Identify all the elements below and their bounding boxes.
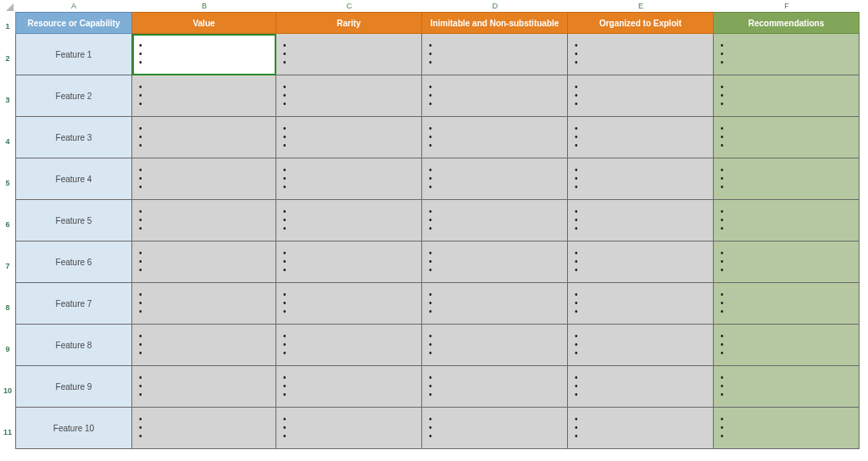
recommendations-cell[interactable]: •••	[714, 325, 860, 366]
bullet-list: •••	[276, 208, 287, 232]
value-cell[interactable]: •••	[132, 200, 276, 242]
header-inimitable[interactable]: Inimitable and Non-substituable	[422, 12, 568, 34]
organized-cell[interactable]: •••	[568, 408, 714, 449]
row-number[interactable]: 7	[0, 245, 15, 286]
inimitable-cell[interactable]: •••	[422, 366, 568, 408]
bullet-list: •••	[422, 333, 432, 357]
organized-cell[interactable]: •••	[568, 325, 714, 366]
inimitable-cell[interactable]: •••	[422, 200, 568, 242]
inimitable-cell[interactable]: •••	[422, 283, 568, 325]
recommendations-cell[interactable]: •••	[714, 158, 860, 200]
organized-cell[interactable]: •••	[568, 283, 714, 325]
recommendations-cell[interactable]: •••	[714, 366, 860, 408]
col-letter-a[interactable]: A	[15, 2, 132, 10]
value-cell[interactable]: •••	[132, 242, 276, 283]
feature-name-cell[interactable]: Feature 2	[15, 75, 132, 117]
inimitable-cell[interactable]: •••	[422, 34, 568, 75]
inimitable-cell[interactable]: •••	[422, 408, 568, 449]
feature-name-cell[interactable]: Feature 4	[15, 158, 132, 200]
recommendations-cell[interactable]: •••	[714, 117, 860, 158]
recommendations-cell[interactable]: •••	[714, 75, 860, 117]
rarity-cell[interactable]: •••	[276, 408, 422, 449]
feature-name-cell[interactable]: Feature 9	[15, 366, 132, 408]
table-row: Feature 9 ••• ••• ••• ••• •••	[15, 366, 863, 408]
rarity-cell[interactable]: •••	[276, 325, 422, 366]
organized-cell[interactable]: •••	[568, 200, 714, 242]
col-letter-b[interactable]: B	[132, 2, 276, 10]
bullet-list: •••	[568, 292, 578, 315]
feature-name-cell[interactable]: Feature 5	[15, 200, 132, 242]
bullet-list: •••	[714, 125, 724, 149]
rarity-cell[interactable]: •••	[276, 366, 422, 408]
organized-cell[interactable]: •••	[568, 34, 714, 75]
header-rarity[interactable]: Rarity	[276, 12, 422, 34]
recommendations-cell[interactable]: •••	[714, 34, 860, 75]
bullet-list: •••	[276, 375, 287, 398]
value-cell[interactable]: •••	[132, 325, 276, 366]
recommendations-cell[interactable]: •••	[714, 408, 860, 449]
row-number[interactable]: 3	[0, 79, 15, 120]
row-number[interactable]: 6	[0, 203, 15, 245]
organized-cell[interactable]: •••	[568, 158, 714, 200]
bullet-list: •••	[132, 84, 142, 108]
table-row: Feature 6 ••• ••• ••• ••• •••	[15, 242, 863, 283]
row-number[interactable]: 9	[0, 328, 15, 369]
value-cell[interactable]: •••	[132, 283, 276, 325]
organized-cell[interactable]: •••	[568, 117, 714, 158]
bullet-list: •••	[568, 250, 578, 274]
row-number[interactable]: 10	[0, 369, 15, 411]
feature-name-cell[interactable]: Feature 8	[15, 325, 132, 366]
bullet-list: •••	[568, 84, 578, 108]
row-number[interactable]: 8	[0, 286, 15, 328]
rarity-cell[interactable]: •••	[276, 34, 422, 75]
row-number[interactable]: 1	[0, 15, 15, 37]
rarity-cell[interactable]: •••	[276, 158, 422, 200]
inimitable-cell[interactable]: •••	[422, 117, 568, 158]
feature-name-cell[interactable]: Feature 1	[15, 34, 132, 75]
col-letter-d[interactable]: D	[422, 2, 568, 10]
row-number[interactable]: 5	[0, 162, 15, 203]
select-all-corner[interactable]	[0, 0, 15, 12]
rarity-cell[interactable]: •••	[276, 283, 422, 325]
bullet-list: •••	[132, 250, 142, 274]
recommendations-cell[interactable]: •••	[714, 200, 860, 242]
rarity-cell[interactable]: •••	[276, 117, 422, 158]
row-number[interactable]: 2	[0, 37, 15, 79]
value-cell[interactable]: •••	[132, 408, 276, 449]
col-letter-e[interactable]: E	[568, 2, 714, 10]
inimitable-cell[interactable]: •••	[422, 242, 568, 283]
rarity-cell[interactable]: •••	[276, 200, 422, 242]
bullet-list: •••	[132, 125, 142, 149]
value-cell[interactable]: •••	[132, 75, 276, 117]
rarity-cell[interactable]: •••	[276, 75, 422, 117]
recommendations-cell[interactable]: •••	[714, 283, 860, 325]
table-row: Feature 7 ••• ••• ••• ••• •••	[15, 283, 863, 325]
col-letter-c[interactable]: C	[276, 2, 422, 10]
header-organized[interactable]: Organized to Exploit	[568, 12, 714, 34]
header-recommendations[interactable]: Recommendations	[714, 12, 860, 34]
organized-cell[interactable]: •••	[568, 366, 714, 408]
header-value[interactable]: Value	[132, 12, 276, 34]
inimitable-cell[interactable]: •••	[422, 158, 568, 200]
bullet-list: •••	[422, 250, 432, 274]
feature-name-cell[interactable]: Feature 10	[15, 408, 132, 449]
col-letter-f[interactable]: F	[714, 2, 860, 10]
row-number[interactable]: 11	[0, 411, 15, 453]
value-cell[interactable]: •••	[132, 158, 276, 200]
bullet-list: •••	[422, 375, 432, 398]
value-cell[interactable]: •••	[132, 366, 276, 408]
active-cell[interactable]: •••	[132, 34, 276, 75]
inimitable-cell[interactable]: •••	[422, 325, 568, 366]
recommendations-cell[interactable]: •••	[714, 242, 860, 283]
rarity-cell[interactable]: •••	[276, 242, 422, 283]
organized-cell[interactable]: •••	[568, 75, 714, 117]
feature-name-cell[interactable]: Feature 3	[15, 117, 132, 158]
bullet-list: •••	[276, 292, 287, 315]
inimitable-cell[interactable]: •••	[422, 75, 568, 117]
feature-name-cell[interactable]: Feature 6	[15, 242, 132, 283]
organized-cell[interactable]: •••	[568, 242, 714, 283]
header-resource[interactable]: Resource or Capability	[15, 12, 132, 34]
value-cell[interactable]: •••	[132, 117, 276, 158]
row-number[interactable]: 4	[0, 120, 15, 162]
feature-name-cell[interactable]: Feature 7	[15, 283, 132, 325]
